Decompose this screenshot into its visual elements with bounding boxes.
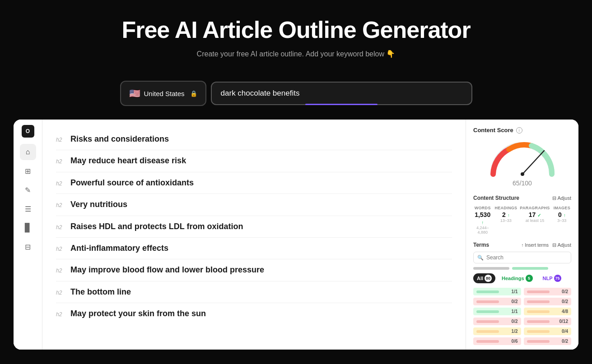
stats-grid: WORDS 1,530 ↑ 4,244–4,880 HEADINGS 2 ↑ 1… [473,206,571,235]
sidebar-logo: O [22,125,34,138]
tabs-row: All 80Headings 5NLP 75 [473,273,571,283]
tab-badge: 80 [485,275,492,282]
tab-all[interactable]: All 80 [473,273,495,283]
sidebar-item-edit[interactable]: ✎ [20,182,36,198]
outline-item: h2 May improve blood flow and lower bloo… [56,259,452,281]
stat-item: HEADINGS 2 ↑ 13–33 [494,206,517,235]
sidebar-item-grid[interactable]: ⊞ [20,163,36,179]
term-pill-left: 0/2 [473,318,521,325]
stat-item: IMAGES 0 ↑ 3–33 [553,206,571,235]
term-rows: 1/10/20/20/21/14/80/20/121/20/40/60/2 [473,288,571,345]
heading-tag: h2 [56,180,64,187]
heading-tag: h2 [56,246,64,252]
right-panel: Content Score i 65/100 Con [466,120,578,350]
content-structure-header: Content Structure ⊟ Adjust [473,195,571,201]
heading-tag: h2 [56,137,64,143]
stat-value: 0 ↑ [553,211,571,218]
gauge-container: 65/100 [473,138,571,189]
stat-item: WORDS 1,530 ↑ 4,244–4,880 [473,206,492,235]
heading-tag: h2 [56,158,64,165]
outline-area: h2 Risks and considerations h2 May reduc… [42,120,466,350]
outline-item: h2 Risks and considerations [56,129,452,150]
terms-label: Terms [473,242,489,248]
sidebar-item-home[interactable]: ⌂ [20,144,36,160]
term-row: 0/60/2 [473,337,571,345]
term-pill-left: 0/6 [473,337,521,345]
outline-item: h2 Powerful source of antioxidants [56,172,452,194]
insert-terms-button[interactable]: ↑ Insert terms [521,243,549,248]
term-bar [476,330,499,333]
country-label: United States [144,90,185,97]
sidebar: O ⌂ ⊞ ✎ ☰ ▊ ⊟ [14,120,42,350]
terms-adjust[interactable]: ⊟ Adjust [552,242,571,248]
term-bar [476,300,499,303]
term-count: 1/2 [512,329,518,334]
keyword-input[interactable] [211,82,472,105]
term-pill-right: 0/4 [524,327,572,335]
stat-range: at least 15 [520,218,550,223]
term-count: 0/4 [562,329,568,334]
term-bar [527,340,550,343]
term-bar [476,290,499,293]
content-score-section: Content Score i [473,127,571,134]
stat-label: HEADINGS [494,206,517,210]
outline-text: May reduce heart disease risk [70,156,186,166]
content-structure-label: Content Structure [473,195,519,201]
search-area: 🇺🇸 United States 🔒 [120,81,472,106]
header: Free AI Article Outline Generator Create… [0,0,592,72]
term-bar [476,310,499,313]
lock-icon: 🔒 [190,90,197,97]
sidebar-item-list[interactable]: ☰ [20,201,36,217]
term-pill-right: 0/2 [524,337,572,345]
sidebar-item-chart[interactable]: ▊ [20,220,36,236]
stat-label: PARAGRAPHS [520,206,550,210]
page-subtitle: Create your free AI article outline. Add… [9,50,583,58]
outline-text: Powerful source of antioxidants [70,178,194,188]
outline-scroll[interactable]: h2 Risks and considerations h2 May reduc… [42,120,466,350]
term-count: 0/2 [562,299,568,304]
gauge-score: 65/100 [513,174,532,189]
outline-text: The bottom line [70,287,131,297]
input-underline [305,104,378,105]
keyword-input-wrapper [211,82,472,105]
stat-value: 1,530 ↑ [473,211,492,226]
term-pill-right: 4/8 [524,308,572,315]
term-bar [527,300,550,303]
term-pill-right: 0/12 [524,318,572,325]
stat-range: 3–33 [553,218,571,223]
content-score-label: Content Score [473,127,513,134]
term-row: 0/20/2 [473,298,571,305]
country-selector[interactable]: 🇺🇸 United States 🔒 [120,81,206,106]
term-count: 0/2 [512,319,518,324]
svg-line-0 [522,151,544,174]
term-count: 4/8 [562,309,568,314]
term-pill-left: 1/2 [473,327,521,335]
tab-badge: 75 [554,275,561,282]
outline-text: Very nutritious [70,199,127,210]
terms-search-input[interactable] [486,254,567,261]
term-count: 0/12 [559,319,568,324]
stat-range: 13–33 [494,218,517,223]
term-pill-left: 0/2 [473,298,521,305]
heading-tag: h2 [56,267,64,274]
terms-search-box: 🔍 [473,252,571,263]
tab-nlp[interactable]: NLP 75 [539,273,565,283]
term-pill-right: 0/2 [524,288,572,295]
main-card: O ⌂ ⊞ ✎ ☰ ▊ ⊟ h2 Risks and consideration… [14,120,578,350]
tab-headings[interactable]: Headings 5 [498,273,536,283]
sidebar-item-table[interactable]: ⊟ [20,239,36,255]
term-row: 0/20/12 [473,318,571,325]
term-count: 1/1 [512,309,518,314]
heading-tag: h2 [56,202,64,208]
content-score-info-icon[interactable]: i [516,127,522,134]
term-bar [527,310,550,313]
stat-label: IMAGES [553,206,571,210]
heading-tag: h2 [56,224,64,230]
stat-value: 2 ↑ [494,211,517,218]
term-count: 0/2 [562,289,568,294]
term-row: 1/10/2 [473,288,571,295]
term-pill-left: 1/1 [473,308,521,315]
terms-header: Terms ↑ Insert terms ⊟ Adjust [473,242,571,248]
term-count: 0/6 [512,339,518,344]
content-structure-adjust[interactable]: ⊟ Adjust [552,195,571,201]
